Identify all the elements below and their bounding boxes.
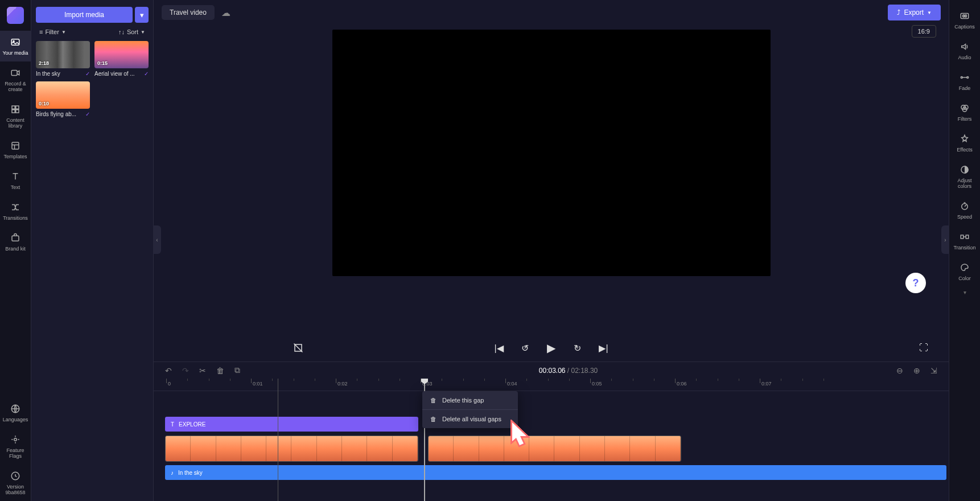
collapse-left-toggle[interactable]: ‹ <box>153 225 161 254</box>
text-clip[interactable]: T EXPLORE <box>165 417 418 432</box>
undo-button[interactable]: ↶ <box>165 366 172 375</box>
skip-back-value: 5 <box>524 345 526 349</box>
redo-button[interactable]: ↷ <box>182 366 189 375</box>
delete-button[interactable]: 🗑 <box>216 366 224 375</box>
timeline-ruler[interactable]: 00:010:020:030:040:050:060:07 <box>154 379 949 391</box>
export-label: Export <box>904 9 924 17</box>
import-dropdown-button[interactable]: ▾ <box>135 7 149 23</box>
preview-area: 16:9 <box>154 25 949 334</box>
import-media-button[interactable]: Import media <box>36 7 133 23</box>
sidebar-item-effects[interactable]: Effects <box>949 128 980 158</box>
sidebar-item-audio[interactable]: Audio <box>949 35 980 66</box>
video-clip-2[interactable] <box>428 436 681 462</box>
sidebar-item-transitions[interactable]: Transitions <box>0 196 31 227</box>
project-title[interactable]: Travel video <box>162 5 215 20</box>
delete-this-gap-item[interactable]: 🗑 Delete this gap <box>422 391 518 409</box>
effects-icon <box>959 133 970 145</box>
skip-forward-button[interactable]: ↻5 <box>570 340 586 356</box>
trash-icon: 🗑 <box>430 397 437 404</box>
crop-button[interactable] <box>290 340 306 356</box>
cloud-sync-icon[interactable]: ☁ <box>221 7 230 18</box>
text-clip-label: EXPLORE <box>179 421 205 428</box>
collapse-right-toggle[interactable]: › <box>941 225 949 254</box>
sidebar-label: Version 9ba8658 <box>2 484 28 495</box>
media-thumbnail[interactable]: 2:18 <box>36 41 90 68</box>
timeline-toolbar: ↶ ↷ ✂ 🗑 ⧉ 00:03.06 / 02:18.30 ⊖ ⊕ ⇲ <box>154 362 949 379</box>
timeline[interactable]: 00:010:020:030:040:050:060:07 T EXPLORE … <box>154 379 949 501</box>
svg-rect-4 <box>16 106 19 109</box>
sidebar-item-version[interactable]: Version 9ba8658 <box>0 465 31 501</box>
tracks-area[interactable]: T EXPLORE ♪ In the sky 🗑 Delete this gap <box>154 391 949 488</box>
help-button[interactable]: ? <box>905 273 926 293</box>
media-item[interactable]: 0:15Aerial view of ...✓ <box>94 41 149 77</box>
media-item[interactable]: 0:10Birds flying ab...✓ <box>36 81 90 117</box>
transition-icon <box>959 231 970 243</box>
export-button[interactable]: ⤴ Export ▼ <box>888 5 941 20</box>
duplicate-button[interactable]: ⧉ <box>234 366 240 375</box>
sort-icon: ↑↓ <box>118 28 125 35</box>
sidebar-label: Brand kit <box>5 246 26 252</box>
sidebar-label: Fade <box>959 85 971 91</box>
media-label-text: Aerial view of ... <box>94 71 135 77</box>
sidebar-item-languages[interactable]: Languages <box>0 397 31 428</box>
fullscreen-button[interactable]: ⛶ <box>916 340 932 356</box>
sidebar-item-record-create[interactable]: Record & create <box>0 61 31 98</box>
templates-icon <box>10 140 21 151</box>
aspect-ratio-selector[interactable]: 16:9 <box>912 25 936 38</box>
svg-rect-3 <box>12 106 15 109</box>
sort-button[interactable]: ↑↓ Sort ▼ <box>118 28 145 35</box>
languages-icon <box>10 403 21 414</box>
sidebar-item-text[interactable]: Text <box>0 165 31 196</box>
audio-clip[interactable]: ♪ In the sky <box>165 465 946 480</box>
skip-back-button[interactable]: ↺5 <box>517 340 533 356</box>
adjust-colors-icon <box>959 164 970 175</box>
sidebar-item-your-media[interactable]: Your media <box>0 31 31 61</box>
upload-icon: ⤴ <box>897 9 900 17</box>
svg-rect-10 <box>12 236 19 241</box>
sidebar-item-feature-flags[interactable]: Feature Flags <box>0 428 31 465</box>
speed-icon <box>959 200 970 212</box>
media-thumbnail[interactable]: 0:15 <box>94 41 149 68</box>
expand-toggle[interactable]: ▾ <box>949 287 980 298</box>
delete-all-gaps-item[interactable]: 🗑 Delete all visual gaps <box>422 409 518 428</box>
sidebar-label: Transitions <box>3 215 28 221</box>
sidebar-label: Content library <box>2 117 28 129</box>
sidebar-label: Text <box>11 184 20 190</box>
sidebar-item-templates[interactable]: Templates <box>0 134 31 165</box>
playback-controls: |◀ ↺5 ▶ ↻5 ▶| ⛶ <box>154 334 949 362</box>
chevron-down-icon: ▼ <box>141 30 145 35</box>
fit-button[interactable]: ⇲ <box>930 366 937 375</box>
zoom-in-button[interactable]: ⊕ <box>913 366 920 375</box>
ruler-label: 0:04 <box>507 381 517 387</box>
media-label-text: In the sky <box>36 71 60 77</box>
split-button[interactable]: ✂ <box>199 366 206 375</box>
sidebar-item-speed[interactable]: Speed <box>949 195 980 225</box>
sidebar-item-brand-kit[interactable]: Brand kit <box>0 227 31 257</box>
filter-icon: ≡ <box>39 28 43 35</box>
captions-icon: CC <box>959 10 970 22</box>
skip-start-button[interactable]: |◀ <box>491 340 507 356</box>
sidebar-item-transition[interactable]: Transition <box>949 225 980 256</box>
app-logo[interactable] <box>7 7 24 24</box>
media-thumbnail[interactable]: 0:10 <box>36 81 90 109</box>
sidebar-item-adjust-colors[interactable]: Adjust colors <box>949 158 980 195</box>
chevron-down-icon: ▼ <box>927 10 932 15</box>
sidebar-label: Color <box>958 276 971 281</box>
media-duration: 0:15 <box>97 60 108 66</box>
sidebar-label: Record & create <box>2 81 28 92</box>
play-button[interactable]: ▶ <box>543 340 559 356</box>
svg-text:CC: CC <box>962 14 967 18</box>
ctx-label: Delete all visual gaps <box>442 416 501 422</box>
skip-end-button[interactable]: ▶| <box>596 340 612 356</box>
sidebar-item-filters[interactable]: Filters <box>949 97 980 128</box>
sidebar-item-fade[interactable]: Fade <box>949 66 980 97</box>
media-item[interactable]: 2:18In the sky✓ <box>36 41 90 77</box>
filter-button[interactable]: ≡ Filter ▼ <box>39 28 66 35</box>
sidebar-item-color[interactable]: Color <box>949 256 980 287</box>
zoom-out-button[interactable]: ⊖ <box>896 366 903 375</box>
sidebar-item-content-library[interactable]: Content library <box>0 98 31 134</box>
sidebar-item-captions[interactable]: CCCaptions <box>949 5 980 35</box>
video-clip-1[interactable] <box>165 436 418 462</box>
video-preview[interactable] <box>332 30 771 276</box>
your-media-icon <box>10 36 21 48</box>
